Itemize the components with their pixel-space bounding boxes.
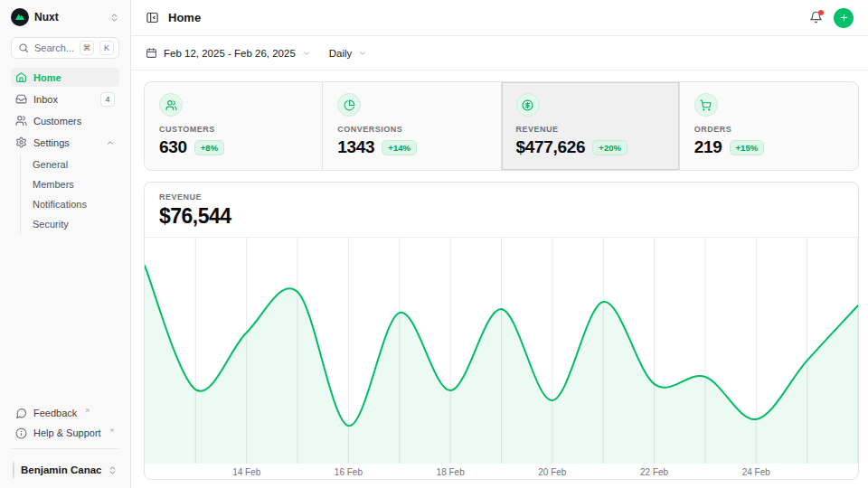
pie-chart-icon — [337, 93, 361, 117]
search-placeholder: Search... — [34, 42, 74, 53]
user-menu[interactable]: Benjamin Canac — [0, 453, 130, 488]
period-select[interactable]: Daily — [329, 48, 368, 59]
chart-value: $76,544 — [159, 204, 844, 229]
sidebar-item-general[interactable]: General — [33, 155, 119, 174]
search-input[interactable]: Search... ⌘ K — [11, 37, 119, 59]
chevrons-up-down-icon — [108, 465, 118, 475]
info-circle-icon — [15, 427, 27, 439]
users-icon — [159, 93, 183, 117]
sidebar-item-members[interactable]: Members — [33, 174, 119, 194]
sidebar-item-security[interactable]: Security — [33, 214, 119, 234]
circle-dollar-icon — [516, 93, 540, 117]
delta-badge: +20% — [592, 140, 627, 155]
panel-left-close-icon[interactable] — [146, 11, 159, 24]
search-icon — [18, 42, 29, 53]
inbox-count-badge: 4 — [100, 92, 115, 107]
delta-badge: +8% — [194, 140, 224, 155]
sidebar-footer: Feedback Help & Support — [0, 403, 130, 453]
delta-badge: +15% — [730, 140, 765, 155]
message-circle-icon — [15, 408, 27, 419]
sidebar-item-inbox[interactable]: Inbox 4 — [11, 89, 119, 108]
arrow-up-right-icon — [108, 427, 115, 434]
x-tick: 14 Feb — [232, 467, 260, 477]
inbox-icon — [15, 93, 27, 105]
workspace-name: Nuxt — [34, 11, 104, 23]
settings-submenu: General Members Notifications Security — [20, 155, 119, 234]
stat-value: 1343 — [337, 137, 374, 157]
avatar — [13, 461, 14, 479]
feedback-link[interactable]: Feedback — [11, 403, 119, 423]
revenue-chart-svg[interactable] — [145, 238, 858, 464]
sidebar-item-notifications[interactable]: Notifications — [33, 194, 119, 214]
plus-icon — [839, 13, 849, 23]
main-panel: Home Feb 12, 2025 - Feb 26, 2025 Daily — [131, 0, 868, 488]
sidebar-item-settings[interactable]: Settings — [11, 133, 119, 152]
x-tick: 16 Feb — [335, 467, 363, 477]
home-icon — [15, 71, 27, 83]
stat-card-revenue[interactable]: REVENUE $477,626 +20% — [502, 82, 680, 170]
chevron-down-icon — [358, 49, 367, 58]
add-button[interactable] — [834, 8, 854, 28]
date-range-picker[interactable]: Feb 12, 2025 - Feb 26, 2025 — [146, 47, 311, 59]
delta-badge: +14% — [382, 140, 417, 155]
x-tick: 20 Feb — [538, 467, 566, 477]
filters-toolbar: Feb 12, 2025 - Feb 26, 2025 Daily — [131, 36, 868, 70]
x-tick: 24 Feb — [742, 467, 770, 477]
stat-value: 630 — [159, 137, 187, 157]
page-title: Home — [168, 11, 201, 24]
dashboard-content: CUSTOMERS 630 +8% CONVERSIONS 1343 +14% — [131, 70, 868, 488]
sidebar-item-home[interactable]: Home — [11, 68, 119, 87]
chart-header: REVENUE $76,544 — [145, 183, 858, 238]
stat-card-orders[interactable]: ORDERS 219 +15% — [680, 82, 858, 170]
kbd-key: K — [99, 41, 114, 55]
help-support-link[interactable]: Help & Support — [11, 423, 119, 443]
nuxt-logo-icon — [11, 8, 29, 26]
stats-row: CUSTOMERS 630 +8% CONVERSIONS 1343 +14% — [144, 81, 859, 171]
sidebar-divider — [11, 448, 119, 449]
arrow-up-right-icon — [84, 408, 90, 414]
sidebar-nav: Home Inbox 4 Customers Settings Genera — [0, 68, 130, 234]
chart-plot-area[interactable] — [145, 238, 858, 464]
stat-value: $477,626 — [516, 137, 586, 157]
sidebar: Nuxt Search... ⌘ K Home Inbox 4 — [0, 0, 131, 488]
chevron-down-icon — [302, 49, 311, 58]
chart-label: REVENUE — [159, 192, 844, 202]
notification-dot — [818, 10, 824, 15]
sidebar-item-customers[interactable]: Customers — [11, 111, 119, 130]
notifications-button[interactable] — [809, 11, 823, 24]
chevron-up-icon — [106, 138, 115, 147]
stat-card-conversions[interactable]: CONVERSIONS 1343 +14% — [323, 82, 501, 170]
calendar-icon — [146, 47, 157, 59]
shopping-cart-icon — [694, 93, 718, 117]
users-icon — [15, 115, 27, 127]
x-tick: 22 Feb — [640, 467, 668, 477]
chevrons-up-down-icon — [109, 13, 119, 23]
stat-value: 219 — [694, 137, 722, 157]
x-tick: 18 Feb — [437, 467, 465, 477]
gear-icon — [15, 136, 27, 148]
revenue-chart-card: REVENUE $76,544 14 Feb 16 Feb 18 Feb 20 … — [144, 182, 859, 480]
stat-card-customers[interactable]: CUSTOMERS 630 +8% — [145, 82, 323, 170]
topbar: Home — [131, 0, 868, 36]
workspace-switcher[interactable]: Nuxt — [11, 8, 119, 26]
kbd-meta: ⌘ — [80, 41, 94, 55]
chart-x-axis: 14 Feb 16 Feb 18 Feb 20 Feb 22 Feb 24 Fe… — [145, 464, 858, 480]
